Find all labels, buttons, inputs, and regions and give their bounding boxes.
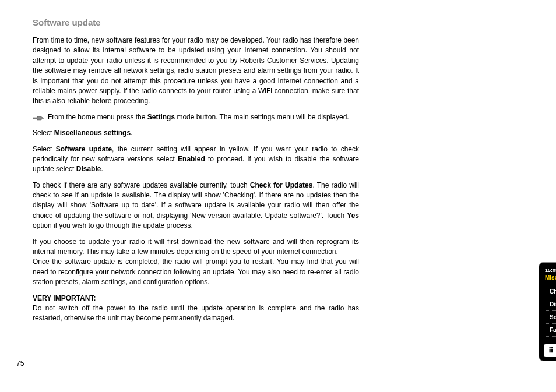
page-number: 75 [16,359,24,368]
page-title: Software update [33,17,539,27]
scroll-indicator-down: ▼ [546,336,556,341]
step-6: Once the software update is completed, t… [33,257,359,293]
step-4: To check if there are any software updat… [33,181,359,237]
step-3: Select Software update, the current sett… [33,144,359,181]
menu-item-display-backlight[interactable]: Display backlight [546,298,556,311]
status-bar: 15:05 26 Jun 2010 [543,266,556,274]
home-grid-button[interactable]: ⠿ [544,344,556,357]
device-screen-misc-list: 15:05 26 Jun 2010 Miscellaneous settings… [539,262,556,361]
intro-paragraph: From time to time, new software features… [33,36,359,112]
very-important: VERY IMPORTANT: Do not switch off the po… [33,294,359,324]
menu-item-software-version[interactable]: Software version [546,311,556,324]
step-5: If you choose to update your radio it wi… [33,237,359,257]
hand-pointing-icon [33,114,44,125]
body-text-column: From time to time, new software features… [33,36,359,324]
menu-item-factory-reset[interactable]: Factory reset [546,324,556,337]
step-2: Select Miscellaneous settings. [33,128,359,144]
step-1: From the home menu press the Settings mo… [33,112,359,122]
menu-item-check-for-updates[interactable]: Check for updates [546,285,556,298]
